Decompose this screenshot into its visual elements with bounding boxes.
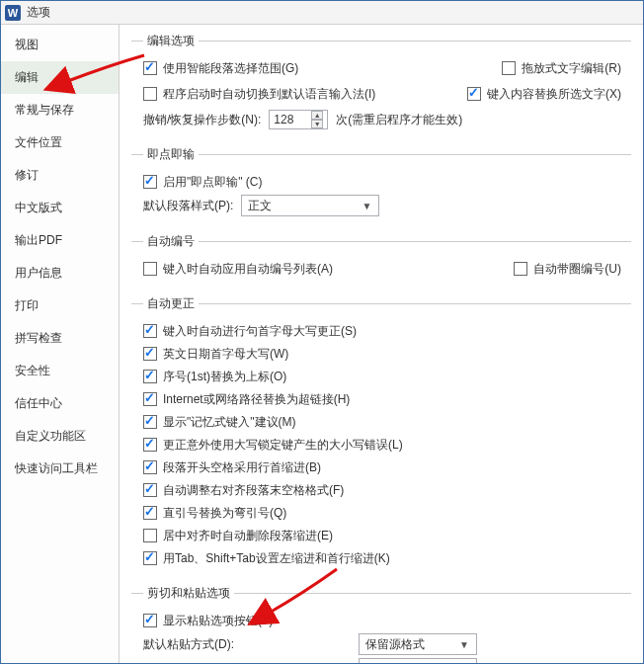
check-icon (143, 370, 157, 383)
group-legend: 自动更正 (143, 295, 199, 312)
checkbox-autocorrect-item[interactable]: 更正意外使用大写锁定键产生的大小写错误(L) (143, 437, 403, 454)
checkbox-enable-click-type[interactable]: 启用"即点即输" (C) (143, 174, 263, 191)
sidebar-item[interactable]: 常规与保存 (1, 94, 119, 126)
checkbox-autocorrect-item[interactable]: 直引号替换为弯引号(Q) (143, 505, 286, 522)
checkbox-drag-drop-edit[interactable]: 拖放式文字编辑(R) (502, 60, 621, 77)
sidebar-item[interactable]: 编辑 (1, 61, 119, 94)
group-legend: 剪切和粘贴选项 (143, 585, 234, 602)
default-style-label: 默认段落样式(P): (143, 198, 233, 214)
checkbox-autocorrect-item[interactable]: 显示"记忆式键入"建议(M) (143, 414, 296, 431)
sidebar-item[interactable]: 打印 (1, 290, 119, 322)
checkbox-smart-paragraph[interactable]: 使用智能段落选择范围(G) (143, 60, 298, 77)
checkbox-auto-circle-number[interactable]: 自动带圈编号(U) (514, 261, 621, 278)
sidebar-item[interactable]: 中文版式 (1, 192, 119, 224)
group-legend: 即点即输 (143, 146, 199, 163)
spinner-up-icon[interactable]: ▲ (311, 111, 323, 120)
sidebar-item[interactable]: 文件位置 (1, 126, 119, 159)
default-style-select[interactable]: 正文 ▼ (241, 195, 379, 216)
group-cut-paste: 剪切和粘贴选项 显示粘贴选项按钮(T) 默认粘贴方式(D): 保留源格式 ▼ 将… (131, 585, 631, 663)
checkbox-apply-numbered-list[interactable]: 键入时自动应用自动编号列表(A) (143, 261, 333, 278)
content-pane: 编辑选项 使用智能段落选择范围(G) 拖放式文字编辑(R) (120, 25, 643, 663)
sidebar-item[interactable]: 拼写检查 (1, 322, 119, 355)
checkbox-autocorrect-item[interactable]: 居中对齐时自动删除段落缩进(E) (143, 528, 333, 544)
group-click-type: 即点即输 启用"即点即输" (C) 默认段落样式(P): 正文 ▼ (131, 146, 631, 223)
checkbox-autocorrect-item[interactable]: 序号(1st)替换为上标(O) (143, 369, 286, 385)
check-icon (143, 347, 157, 361)
group-legend: 编辑选项 (143, 33, 199, 49)
spinner-arrows[interactable]: ▲ ▼ (311, 111, 323, 128)
check-icon (143, 262, 157, 276)
check-icon (143, 506, 157, 520)
sidebar-item[interactable]: 快速访问工具栏 (1, 453, 119, 485)
options-dialog: W 选项 视图编辑常规与保存文件位置修订中文版式输出PDF用户信息打印拼写检查安… (0, 0, 644, 664)
sidebar-item[interactable]: 自定义功能区 (1, 420, 119, 453)
category-sidebar: 视图编辑常规与保存文件位置修订中文版式输出PDF用户信息打印拼写检查安全性信任中… (1, 25, 120, 663)
sidebar-item[interactable]: 修订 (1, 159, 119, 192)
sidebar-item[interactable]: 视图 (1, 29, 119, 61)
group-auto-correct: 自动更正 键入时自动进行句首字母大写更正(S)英文日期首字母大写(W)序号(1s… (131, 295, 631, 575)
check-icon (143, 438, 157, 452)
check-icon (514, 262, 527, 276)
check-icon (143, 87, 157, 101)
undo-steps-label: 撤销/恢复操作步数(N): (143, 112, 261, 128)
spinner-down-icon[interactable]: ▼ (311, 120, 323, 128)
checkbox-replace-selection[interactable]: 键入内容替换所选文字(X) (467, 86, 621, 103)
insert-image-select[interactable]: 嵌入型 ▼ (359, 658, 477, 663)
sidebar-item[interactable]: 输出PDF (1, 224, 119, 257)
check-icon (143, 175, 157, 189)
sidebar-item[interactable]: 用户信息 (1, 257, 119, 290)
check-icon (143, 324, 157, 338)
undo-steps-spinner[interactable]: 128 ▲ ▼ (269, 110, 328, 129)
check-icon (143, 551, 157, 565)
check-icon (143, 614, 157, 627)
check-icon (143, 61, 157, 75)
checkbox-autocorrect-item[interactable]: 键入时自动进行句首字母大写更正(S) (143, 323, 357, 340)
checkbox-autocorrect-item[interactable]: 自动调整右对齐段落末空格格式(F) (143, 482, 344, 499)
checkbox-autocorrect-item[interactable]: 段落开头空格采用行首缩进(B) (143, 459, 321, 476)
group-edit-options: 编辑选项 使用智能段落选择范围(G) 拖放式文字编辑(R) (131, 33, 631, 136)
check-icon (143, 392, 157, 406)
check-icon (502, 61, 516, 75)
default-paste-select[interactable]: 保留源格式 ▼ (359, 633, 477, 655)
default-paste-label: 默认粘贴方式(D): (143, 636, 291, 653)
check-icon (143, 415, 157, 429)
group-auto-number: 自动编号 键入时自动应用自动编号列表(A) 自动带圈编号(U) (131, 233, 631, 286)
chevron-down-icon: ▼ (359, 201, 374, 211)
check-icon (143, 529, 157, 542)
chevron-down-icon: ▼ (456, 639, 472, 650)
app-icon: W (5, 5, 21, 21)
checkbox-autocorrect-item[interactable]: 英文日期首字母大写(W) (143, 346, 288, 363)
titlebar: W 选项 (1, 1, 643, 25)
checkbox-autocorrect-item[interactable]: Internet或网络路径替换为超链接(H) (143, 391, 350, 408)
sidebar-item[interactable]: 信任中心 (1, 387, 119, 420)
check-icon (143, 483, 157, 497)
insert-image-label: 将图片插入/粘贴方式(Z): (143, 661, 291, 664)
check-icon (143, 460, 157, 474)
checkbox-show-paste-options[interactable]: 显示粘贴选项按钮(T) (143, 613, 273, 629)
undo-steps-suffix: 次(需重启程序才能生效) (336, 112, 462, 128)
checkbox-autocorrect-item[interactable]: 用Tab、Shift+Tab设置左缩进和首行缩进(K) (143, 550, 390, 567)
group-legend: 自动编号 (143, 233, 199, 250)
checkbox-auto-switch-ime[interactable]: 程序启动时自动切换到默认语言输入法(I) (143, 86, 375, 103)
sidebar-item[interactable]: 安全性 (1, 355, 119, 387)
check-icon (467, 87, 481, 101)
window-title: 选项 (27, 4, 50, 21)
